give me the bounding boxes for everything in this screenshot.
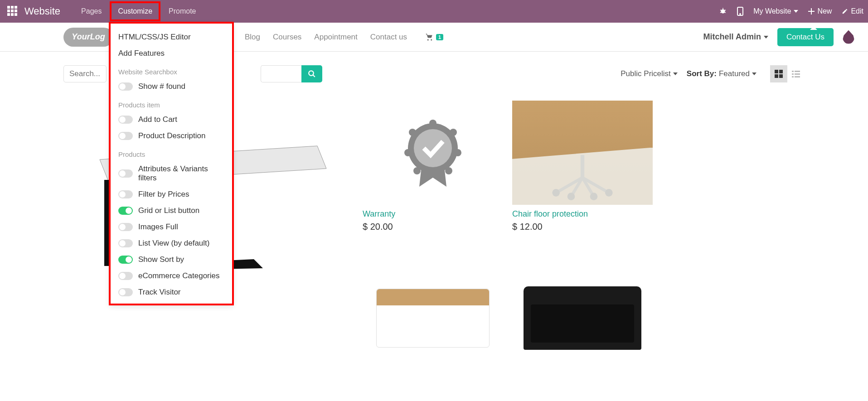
user-dropdown[interactable]: Mitchell Admin xyxy=(703,32,768,42)
toggle-switch[interactable] xyxy=(118,223,133,231)
product-card[interactable] xyxy=(512,282,653,354)
sofa-icon xyxy=(524,286,641,350)
chevron-down-icon xyxy=(764,36,768,39)
list-view-button[interactable] xyxy=(787,65,805,82)
new-button[interactable]: New xyxy=(808,7,832,15)
dd-html-editor[interactable]: HTML/CSS/JS Editor xyxy=(110,29,233,45)
sort-by-value: Featured xyxy=(719,69,750,78)
product-card[interactable]: Warranty $ 20.00 xyxy=(363,101,503,273)
nav-contact[interactable]: Contact us xyxy=(370,33,407,42)
toggle-list-default[interactable]: List View (by default) xyxy=(110,235,233,251)
cart-icon xyxy=(425,33,434,41)
edit-button[interactable]: Edit xyxy=(842,7,863,15)
toggle-ecom-categories[interactable]: eCommerce Categories xyxy=(110,268,233,284)
top-menu-customize[interactable]: Customize xyxy=(110,1,160,21)
svg-rect-15 xyxy=(795,71,800,72)
search-input-left[interactable] xyxy=(63,65,107,82)
search-input-right[interactable] xyxy=(261,65,301,82)
product-title[interactable]: Chair floor protection xyxy=(512,209,653,219)
dd-section-products: Products xyxy=(110,144,233,161)
my-website-dropdown[interactable]: My Website xyxy=(753,7,798,15)
toggle-add-to-cart[interactable]: Add to Cart xyxy=(110,111,233,128)
dd-add-features[interactable]: Add Features xyxy=(110,45,233,62)
product-image xyxy=(512,282,653,354)
tooltip-tip-icon xyxy=(810,26,817,30)
customize-dropdown: HTML/CSS/JS Editor Add Features Website … xyxy=(110,23,233,304)
chevron-down-icon xyxy=(752,72,756,75)
svg-rect-19 xyxy=(795,76,800,77)
svg-point-29 xyxy=(445,167,452,174)
topbar-left: Website Pages Customize Promote xyxy=(5,1,204,21)
toggle-switch[interactable] xyxy=(118,116,133,124)
brand-label[interactable]: Website xyxy=(24,5,60,17)
toggle-switch[interactable] xyxy=(118,272,133,280)
toggle-label: Filter by Prices xyxy=(138,190,189,199)
apps-icon[interactable] xyxy=(7,6,18,17)
toggle-images-full[interactable]: Images Full xyxy=(110,219,233,235)
toggle-show-sort[interactable]: Show Sort by xyxy=(110,251,233,268)
cart-button[interactable]: 1 xyxy=(425,33,443,41)
toggle-product-description[interactable]: Product Description xyxy=(110,128,233,144)
toggle-switch[interactable] xyxy=(118,256,133,264)
svg-marker-24 xyxy=(419,166,446,187)
svg-rect-18 xyxy=(792,76,794,77)
toggle-track-visitor[interactable]: Track Visitor xyxy=(110,284,233,300)
grid-view-button[interactable] xyxy=(770,65,787,82)
toggle-label: Grid or List button xyxy=(138,206,199,215)
nav-blog[interactable]: Blog xyxy=(245,33,260,42)
toggle-switch[interactable] xyxy=(118,207,133,215)
top-menu-promote[interactable]: Promote xyxy=(160,1,204,21)
toggle-filter-prices[interactable]: Filter by Prices xyxy=(110,186,233,203)
svg-point-25 xyxy=(414,129,452,167)
svg-line-9 xyxy=(313,75,315,77)
toggle-label: Images Full xyxy=(138,222,178,232)
toggle-label: Attributes & Variants filters xyxy=(138,164,224,183)
toggle-switch[interactable] xyxy=(118,132,133,140)
toggle-show-found[interactable]: Show # found xyxy=(110,78,233,95)
my-website-label: My Website xyxy=(753,7,791,15)
svg-point-30 xyxy=(413,167,421,174)
view-toggle xyxy=(770,65,805,82)
contact-us-button[interactable]: Contact Us xyxy=(777,28,834,46)
svg-point-27 xyxy=(450,129,457,136)
toggle-attr-variants[interactable]: Attributes & Variants filters xyxy=(110,161,233,186)
nav-appointment[interactable]: Appointment xyxy=(314,33,357,42)
product-card[interactable]: Chair floor protection $ 12.00 xyxy=(512,101,653,273)
product-title[interactable]: Warranty xyxy=(363,209,503,219)
pricelist-dropdown[interactable]: Public Pricelist xyxy=(621,69,678,78)
product-price: $ 12.00 xyxy=(512,222,653,232)
sort-by-dropdown[interactable]: Sort By: Featured xyxy=(687,69,756,78)
toggle-grid-list[interactable]: Grid or List button xyxy=(110,203,233,219)
toggle-switch[interactable] xyxy=(118,239,133,247)
toggle-switch[interactable] xyxy=(118,190,133,198)
chevron-down-icon xyxy=(794,10,798,13)
toggle-label: eCommerce Categories xyxy=(138,271,220,280)
product-image xyxy=(363,101,503,205)
toggle-switch[interactable] xyxy=(118,169,133,178)
svg-rect-13 xyxy=(779,74,783,78)
product-image xyxy=(363,282,503,354)
theme-drop-icon[interactable] xyxy=(843,30,854,44)
product-image xyxy=(512,101,653,205)
filters-bar: Public Pricelist Sort By: Featured xyxy=(621,65,805,82)
product-price: $ 20.00 xyxy=(363,222,503,232)
svg-rect-14 xyxy=(792,71,794,72)
product-card[interactable] xyxy=(363,282,503,354)
toggle-label: Track Visitor xyxy=(138,288,181,297)
mobile-icon[interactable] xyxy=(737,7,743,16)
chevron-down-icon xyxy=(673,72,678,75)
top-menu-pages[interactable]: Pages xyxy=(73,1,110,21)
logo[interactable]: YourLog xyxy=(63,28,113,47)
top-menu: Pages Customize Promote xyxy=(73,1,204,21)
bug-icon[interactable] xyxy=(719,7,727,15)
user-area: Mitchell Admin Contact Us xyxy=(703,28,854,46)
toggle-switch[interactable] xyxy=(118,288,133,296)
grid-icon xyxy=(775,70,783,78)
svg-rect-11 xyxy=(779,70,783,73)
nav-courses[interactable]: Courses xyxy=(273,33,301,42)
search-button[interactable] xyxy=(301,65,322,82)
svg-point-28 xyxy=(454,149,461,156)
toggle-switch[interactable] xyxy=(118,82,133,91)
svg-rect-17 xyxy=(795,73,800,75)
toggle-label: Show Sort by xyxy=(138,255,184,264)
